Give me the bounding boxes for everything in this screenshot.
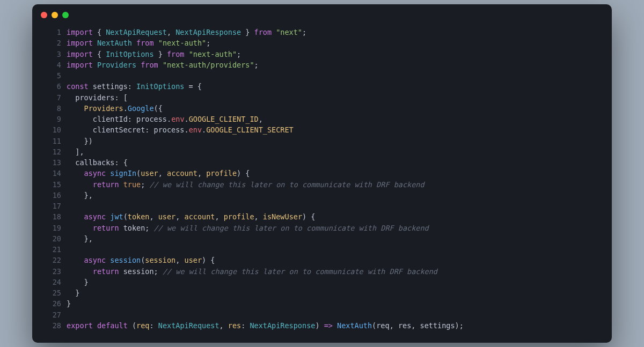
- line-content: [67, 201, 71, 211]
- line-number: 8: [43, 103, 61, 114]
- code-token: const: [67, 82, 89, 91]
- code-token: from: [254, 28, 272, 36]
- line-content: ],: [67, 146, 84, 157]
- code-window: 1import { NextApiRequest, NextApiRespons…: [32, 4, 612, 343]
- code-token: async: [84, 212, 106, 221]
- line-number: 1: [43, 27, 61, 38]
- code-token: Google: [128, 104, 154, 113]
- code-token: }: [67, 299, 71, 308]
- code-token: [119, 267, 123, 276]
- line-number: 3: [43, 49, 61, 60]
- line-number: 4: [43, 60, 61, 70]
- code-area[interactable]: 1import { NextApiRequest, NextApiRespons…: [32, 23, 612, 343]
- close-icon[interactable]: [41, 12, 47, 18]
- code-line: 16 },: [43, 190, 601, 201]
- code-token: ],: [67, 147, 84, 156]
- code-token: providers: [75, 93, 114, 102]
- code-token: :: [128, 82, 136, 91]
- line-number: 20: [43, 233, 61, 244]
- code-token: ,: [219, 321, 228, 330]
- code-line: 14 async signIn(user, account, profile) …: [43, 168, 601, 179]
- line-number: 26: [43, 298, 61, 309]
- code-line: 21: [43, 244, 601, 255]
- code-token: ,: [411, 321, 420, 330]
- line-content: return token; // we will change this lat…: [67, 223, 429, 233]
- code-token: account: [167, 169, 197, 178]
- code-line: 25 }: [43, 287, 601, 298]
- code-token: .: [202, 125, 206, 134]
- line-content: [67, 244, 71, 255]
- code-token: "next-auth": [189, 50, 237, 58]
- code-token: (: [123, 212, 128, 221]
- line-content: clientSecret: process.env.GOOGLE_CLIENT_…: [67, 124, 294, 135]
- code-token: ;: [302, 28, 306, 36]
- line-content: }: [67, 298, 71, 309]
- code-token: account: [185, 212, 215, 221]
- code-token: }): [67, 137, 93, 145]
- line-number: 24: [43, 277, 61, 287]
- code-token: .: [185, 115, 189, 123]
- code-line: 15 return true; // we will change this l…: [43, 179, 601, 190]
- code-token: return: [93, 180, 119, 189]
- line-content: return session; // we will change this l…: [67, 266, 437, 277]
- code-token: ;: [145, 224, 153, 232]
- code-token: [184, 50, 188, 58]
- line-content: },: [67, 190, 93, 201]
- code-token: env: [189, 125, 202, 134]
- code-token: profile: [206, 169, 237, 178]
- code-line: 22 async session(session, user) {: [43, 255, 601, 265]
- code-token: [67, 93, 75, 102]
- code-token: process: [136, 115, 167, 123]
- code-line: 18 async jwt(token, user, account, profi…: [43, 211, 601, 222]
- line-content: import { NextApiRequest, NextApiResponse…: [67, 27, 306, 38]
- code-token: settings: [93, 82, 128, 91]
- line-number: 21: [43, 244, 61, 255]
- line-content: import { InitOptions } from "next-auth";: [67, 49, 241, 60]
- window-titlebar: [32, 4, 612, 23]
- code-line: 23 return session; // we will change thi…: [43, 266, 601, 277]
- code-token: );: [455, 321, 464, 330]
- minimize-icon[interactable]: [52, 12, 58, 18]
- code-token: token: [123, 224, 145, 232]
- maximize-icon[interactable]: [62, 12, 69, 18]
- code-line: 17: [43, 201, 601, 211]
- line-content: import Providers from "next-auth/provide…: [67, 60, 259, 70]
- code-token: "next": [276, 28, 302, 36]
- code-token: =>: [324, 321, 333, 330]
- code-token: clientId: [93, 115, 128, 123]
- code-token: ({: [154, 104, 163, 113]
- code-token: },: [67, 191, 93, 200]
- code-line: 6const settings: InitOptions = {: [43, 81, 601, 92]
- code-line: 8 Providers.Google({: [43, 103, 601, 114]
- code-token: {: [93, 28, 106, 36]
- code-token: jwt: [110, 212, 123, 221]
- code-token: NextApiRequest: [106, 28, 167, 36]
- line-number: 14: [43, 168, 61, 179]
- code-token: GOOGLE_CLIENT_ID: [189, 115, 259, 123]
- line-number: 25: [43, 287, 61, 298]
- code-token: ,: [149, 212, 158, 221]
- line-content: [67, 309, 71, 320]
- code-token: [132, 39, 136, 47]
- code-token: export: [67, 321, 93, 330]
- code-token: NextApiRequest: [158, 321, 219, 330]
- code-token: (: [128, 321, 136, 330]
- code-token: InitOptions: [106, 50, 153, 58]
- code-token: [67, 180, 93, 189]
- code-token: async: [84, 256, 106, 264]
- code-token: ,: [390, 321, 398, 330]
- code-token: // we will change this later on to commu…: [149, 180, 424, 189]
- code-token: .: [167, 115, 171, 123]
- code-token: (: [372, 321, 376, 330]
- line-number: 27: [43, 309, 61, 320]
- line-number: 12: [43, 146, 61, 157]
- code-line: 3import { InitOptions } from "next-auth"…: [43, 49, 601, 60]
- code-token: session: [145, 256, 175, 264]
- code-token: ,: [254, 212, 263, 221]
- code-token: }: [67, 289, 79, 297]
- code-token: ;: [254, 61, 259, 69]
- code-token: [67, 256, 84, 264]
- code-token: return: [93, 224, 119, 232]
- code-token: [89, 82, 93, 91]
- code-token: res: [398, 321, 411, 330]
